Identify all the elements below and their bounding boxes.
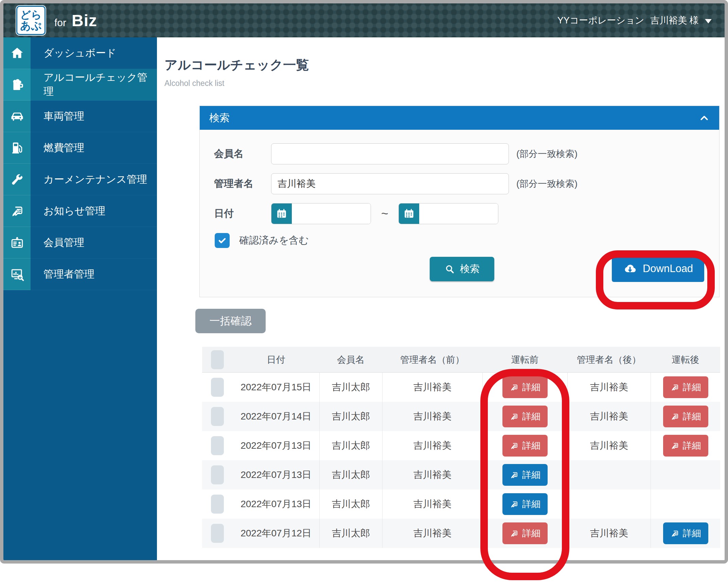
page-subtitle: Alcohol check list bbox=[164, 79, 725, 88]
check-icon bbox=[217, 235, 227, 246]
bulk-confirm-label: 一括確認 bbox=[210, 314, 252, 328]
app-logo: どら あぷ bbox=[16, 6, 46, 35]
row-checkbox[interactable] bbox=[211, 378, 224, 397]
after-detail-button[interactable]: 詳細 bbox=[663, 406, 708, 427]
user-menu[interactable]: YYコーポレーション 吉川裕美 様 bbox=[557, 14, 712, 26]
manager-name-input[interactable] bbox=[271, 173, 509, 194]
row-checkbox[interactable] bbox=[211, 524, 224, 543]
row-checkbox[interactable] bbox=[211, 436, 224, 455]
page-title: アルコールチェック一覧 bbox=[164, 56, 725, 74]
sidebar-item-label: お知らせ管理 bbox=[31, 195, 157, 227]
app-window: どら あぷ for Biz YYコーポレーション 吉川裕美 様 ダッシュボード bbox=[0, 0, 728, 564]
row-date: 2022年07月13日 bbox=[233, 489, 319, 519]
row-checkbox[interactable] bbox=[211, 407, 224, 426]
member-name-hint: (部分一致検索) bbox=[516, 148, 578, 160]
row-checkbox[interactable] bbox=[211, 495, 224, 514]
table-row: 2022年07月12日 吉川太郎 吉川裕美 詳細 吉川裕美 詳細 bbox=[202, 519, 720, 548]
manager-name-hint: (部分一致検索) bbox=[516, 178, 578, 190]
table-row: 2022年07月13日 吉川太郎 吉川裕美 詳細 吉川裕美 詳細 bbox=[202, 431, 720, 460]
sidebar-item-fuel[interactable]: 燃費管理 bbox=[3, 132, 157, 164]
before-detail-button[interactable]: 詳細 bbox=[502, 493, 548, 515]
date-to-input[interactable] bbox=[419, 203, 498, 224]
sidebar: ダッシュボード アルコールチェック管理 車両管理 燃費管理 カーメンテナンス管理 bbox=[3, 37, 157, 560]
memo-icon bbox=[510, 441, 519, 450]
row-checkbox[interactable] bbox=[211, 465, 224, 484]
row-member: 吉川太郎 bbox=[319, 373, 382, 402]
row-manager-before: 吉川裕美 bbox=[382, 489, 482, 519]
sidebar-item-label: ダッシュボード bbox=[31, 37, 157, 69]
row-manager-before: 吉川裕美 bbox=[382, 519, 482, 548]
row-manager-after: 吉川裕美 bbox=[567, 431, 651, 460]
row-manager-before: 吉川裕美 bbox=[382, 431, 482, 460]
search-panel: 検索 会員名 (部分一致検索) 管理者名 (部分一致検索) bbox=[199, 106, 720, 297]
row-date: 2022年07月13日 bbox=[233, 460, 319, 489]
row-date: 2022年07月13日 bbox=[233, 431, 319, 460]
table-row: 2022年07月13日 吉川太郎 吉川裕美 詳細 詳細 bbox=[202, 489, 720, 519]
memo-icon bbox=[510, 470, 519, 480]
before-detail-button[interactable]: 詳細 bbox=[502, 406, 548, 427]
calendar-icon[interactable] bbox=[271, 203, 292, 224]
before-detail-button[interactable]: 詳細 bbox=[502, 522, 548, 544]
fuel-icon bbox=[3, 132, 31, 164]
date-from-input[interactable] bbox=[292, 203, 371, 224]
bulk-confirm-button[interactable]: 一括確認 bbox=[195, 309, 266, 333]
row-manager-before: 吉川裕美 bbox=[382, 402, 482, 431]
search-button[interactable]: 検索 bbox=[430, 257, 494, 281]
beer-icon bbox=[3, 69, 31, 101]
company-name: YYコーポレーション bbox=[557, 14, 644, 26]
sidebar-item-alcohol-check[interactable]: アルコールチェック管理 bbox=[3, 69, 157, 101]
sidebar-item-vehicles[interactable]: 車両管理 bbox=[3, 101, 157, 132]
select-all-checkbox[interactable] bbox=[211, 350, 224, 369]
logo-wordmark: for Biz bbox=[54, 11, 97, 30]
sidebar-item-label: 会員管理 bbox=[31, 227, 157, 259]
sidebar-item-maintenance[interactable]: カーメンテナンス管理 bbox=[3, 164, 157, 195]
column-header-after-driving: 運転後 bbox=[651, 347, 720, 372]
chevron-up-icon bbox=[699, 112, 710, 123]
search-panel-title: 検索 bbox=[209, 111, 230, 125]
after-detail-button[interactable]: 詳細 bbox=[663, 376, 708, 398]
date-range-group: ~ bbox=[271, 203, 498, 224]
sidebar-item-members[interactable]: 会員管理 bbox=[3, 227, 157, 259]
before-detail-button[interactable]: 詳細 bbox=[502, 464, 548, 486]
include-confirmed-row: 確認済みを含む bbox=[215, 233, 706, 248]
row-manager-after bbox=[567, 489, 651, 519]
download-button[interactable]: DownLoad bbox=[612, 255, 704, 282]
include-confirmed-checkbox[interactable] bbox=[215, 233, 230, 248]
memo-icon bbox=[510, 500, 519, 509]
sidebar-item-dashboard[interactable]: ダッシュボード bbox=[3, 37, 157, 69]
sidebar-item-label: 燃費管理 bbox=[31, 132, 157, 164]
row-date: 2022年07月15日 bbox=[233, 373, 319, 402]
after-detail-button[interactable]: 詳細 bbox=[663, 522, 708, 544]
member-name-input[interactable] bbox=[271, 143, 509, 164]
screenshot-root: どら あぷ for Biz YYコーポレーション 吉川裕美 様 ダッシュボード bbox=[0, 0, 728, 588]
after-detail-button[interactable]: 詳細 bbox=[663, 435, 708, 457]
manager-name-row: 管理者名 (部分一致検索) bbox=[214, 173, 706, 194]
row-member: 吉川太郎 bbox=[319, 431, 382, 460]
before-detail-button[interactable]: 詳細 bbox=[502, 435, 548, 457]
member-name-row: 会員名 (部分一致検索) bbox=[214, 143, 706, 164]
calendar-icon[interactable] bbox=[399, 203, 419, 224]
sidebar-item-administrators[interactable]: 管理者管理 bbox=[3, 259, 157, 290]
sidebar-item-label: アルコールチェック管理 bbox=[31, 69, 157, 101]
logo-line1: どら bbox=[20, 10, 41, 20]
wrench-icon bbox=[3, 164, 31, 195]
row-manager-after: 吉川裕美 bbox=[567, 373, 651, 402]
before-detail-button[interactable]: 詳細 bbox=[502, 376, 548, 398]
alcohol-check-table: 日付 会員名 管理者名（前） 運転前 管理者名（後） 運転後 2022年07月1… bbox=[202, 347, 720, 548]
table-row: 2022年07月13日 吉川太郎 吉川裕美 詳細 詳細 bbox=[202, 460, 720, 489]
column-header-member: 会員名 bbox=[319, 347, 382, 372]
search-panel-header[interactable]: 検索 bbox=[200, 106, 719, 130]
memo-icon bbox=[3, 195, 31, 227]
sidebar-item-label: 管理者管理 bbox=[31, 259, 157, 290]
row-member: 吉川太郎 bbox=[319, 460, 382, 489]
memo-icon bbox=[670, 529, 679, 538]
sidebar-item-notices[interactable]: お知らせ管理 bbox=[3, 195, 157, 227]
memo-icon bbox=[510, 529, 519, 538]
include-confirmed-label: 確認済みを含む bbox=[239, 234, 309, 247]
column-header-manager-before: 管理者名（前） bbox=[382, 347, 482, 372]
column-header-before-driving: 運転前 bbox=[482, 347, 567, 372]
date-range-separator: ~ bbox=[381, 207, 388, 221]
date-range-row: 日付 ~ bbox=[214, 203, 706, 224]
row-manager-after: 吉川裕美 bbox=[567, 402, 651, 431]
car-icon bbox=[3, 101, 31, 132]
